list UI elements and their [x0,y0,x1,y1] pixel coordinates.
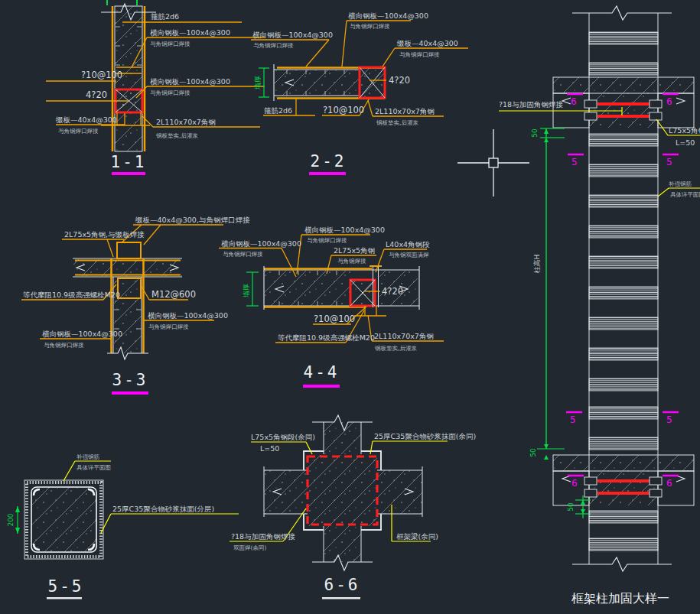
label-stirrup: ?10@100 [323,105,364,115]
marker-5-bottom-left: 5 [566,412,582,425]
label-anchor: M12@600 [151,289,196,300]
svg-text:5: 5 [666,414,672,425]
label-plate-top-sub: 与角钢焊口焊接 [150,41,190,47]
label-weld: ?18与加固角钢焊接 [231,532,295,541]
concrete-core [31,487,96,552]
top-beam [324,422,361,454]
right-beam [377,470,422,514]
section-title-3-3: 3-3 [112,371,148,389]
svg-text:6: 6 [571,478,578,489]
label-plate-right-sub: 与角钢焊口焊接 [350,23,390,30]
label-plate-left: 横向钢板—100x4@300 [221,239,301,248]
label-batten-sub: 与角钢焊口焊接 [399,51,440,58]
dim-wall: 墙厚 [243,284,250,298]
column-elevation: 6 6 ?18与加固角钢焊接 L75x5角钢段 L=50 50 柱高H 5 [499,6,700,606]
marker-5-top-left: 5 [568,154,584,167]
svg-text:6: 6 [666,478,672,489]
label-angle-sub: 钢板垫实,后灌浆 [376,119,418,126]
detail-1-1: 箍筋2d6 横向钢板—100x4@300 与角钢焊口焊接 横向钢板—100x4@… [46,0,265,175]
label-batten: 缀板—40x4@300,与角钢焊口焊接 [135,216,250,224]
label-plate-top: 横向钢板—100x4@300 [150,28,230,37]
label-mortar: 25厚C35聚合物砂浆抹面(分层) [112,505,214,513]
label-plate-left-sub: 与角钢焊口焊接 [223,251,263,258]
label-angle: 2L110x70x7角钢 [156,118,216,126]
label-batten-sub: 与角钢焊口焊接 [58,128,99,135]
svg-text:50: 50 [567,502,575,512]
label-weld: ?18与加固角钢焊接 [499,100,563,109]
section-title-2-2: 2-2 [311,152,347,171]
label-angle: L75x5角钢段(余同) [251,433,315,441]
drawing-title: 框架柱加固大样一 [571,591,669,606]
label-beam: 框架梁(余同) [396,532,438,541]
svg-text:50: 50 [531,128,539,138]
title-underline [112,391,148,395]
label-rebar: 补强钢筋 [669,180,692,187]
label-rebar: 4?20 [382,286,403,297]
title-underline [303,385,340,388]
pickbox [489,158,498,167]
marker-6-bottom-left: 6 [568,476,584,489]
angle-stub-top [117,242,141,258]
label-angle40: L40x4角钢段 [386,240,430,249]
detail-4-4: 墙厚 横向钢板—100x4@300 与角钢焊口焊接 横向钢板—100x4@300… [219,226,444,388]
section-title-1-1: 1-1 [111,153,147,171]
dim-50-bottom: 50 [567,495,591,518]
label-batten: 缀板—40x4@300 [396,39,458,47]
section-title-4-4: 4-4 [304,363,340,382]
svg-text:6: 6 [666,96,672,107]
crosshair-cursor [457,129,529,197]
label-plate-right: 横向钢板—100x4@300 [348,11,428,20]
marker-6-top-left: 6 [567,94,583,107]
label-hoop: 箍筋2d6 [151,12,179,21]
label-rebar: 补强钢筋 [77,453,100,460]
label-angle-sub: 钢板垫实,后灌浆 [155,132,198,139]
label-rebar: 4?20 [86,89,107,100]
label-plate-right-sub: 与角钢焊口焊接 [148,323,189,330]
label-plate-mid: 横向钢板—100x4@300 [150,77,230,86]
label-plate-left: 横向钢板—100x4@300 [42,330,122,338]
detail-6-6: L75x5角钢段(余同) L=50 25厚C35聚合物砂浆抹面(余同) ?18与… [230,415,476,599]
title-underline [112,172,145,175]
title-underline [47,597,82,599]
detail-3-3: 缀板—40x4@300,与角钢焊口焊接 2L75x5角钢,与缀板焊接 等代摩阻1… [21,216,250,395]
svg-text:5: 5 [571,157,578,167]
label-rebar: 4?20 [389,75,410,86]
marker-5-top-right: 5 [663,154,679,167]
marker-5-bottom-right: 5 [663,412,679,425]
label-angle75: 2L75x5角钢,与缀板焊接 [64,230,145,239]
section-title-5-5: 5-5 [48,577,84,596]
label-stirrup: ?10@100 [81,70,122,80]
top-slab [553,77,694,93]
label-angle: L75x5角钢段 [669,126,700,135]
label-angle75-sub: 与角钢焊接 [337,258,366,265]
cad-drawing-canvas[interactable]: 箍筋2d6 横向钢板—100x4@300 与角钢焊口焊接 横向钢板—100x4@… [0,0,700,614]
label-plate-left-sub: 与角钢焊口焊接 [44,342,84,349]
label-angle110-sub: 钢板垫实,后灌浆 [374,345,417,352]
label-weld-sub: 双面焊(余同) [233,544,266,551]
dim-wall: 墙厚 [254,76,262,90]
label-angle: 2L110x70x7角钢 [375,107,435,115]
wall-thickness-dim: 墙厚 [254,68,269,97]
label-stirrup: ?10@100 [314,313,355,324]
dim-200-text: 200 [7,513,15,526]
drawing-svg: 箍筋2d6 横向钢板—100x4@300 与角钢焊口焊接 横向钢板—100x4@… [0,0,700,614]
label-plate-left-sub: 与角钢焊口焊接 [253,42,294,49]
title-underline [309,172,346,175]
marker-6-top-right: 6 [663,94,679,107]
detail-2-2: 墙厚 横向钢板—100x4@300 与角钢焊口焊接 横向钢板—100x4@300… [251,11,468,175]
label-angle110: 2L110x70x7角钢 [374,332,434,340]
label-bolt: 等代摩阻10.9级高强螺栓M20 [278,333,375,342]
label-rebar-sub: 具体详平面图 [670,191,700,198]
label-plate-right: 横向钢板—100x4@300 [148,311,228,320]
label-rebar-sub: 具体详平面图 [77,464,111,471]
section-title-6-6: 6-6 [324,576,360,594]
label-bolt: 等代摩阻10.9级高强螺栓M20 [23,291,120,299]
svg-text:5: 5 [666,157,672,167]
bottom-break [572,557,672,571]
bottom-beam [324,526,361,562]
label-plate-top-sub: 与角钢焊口焊接 [307,237,347,244]
label-batten: 缀板—40x4@300 [55,115,117,124]
label-plate-left: 横向钢板—100x4@300 [252,31,333,39]
dim-200: 200 [7,506,20,534]
wall-section [275,70,360,96]
